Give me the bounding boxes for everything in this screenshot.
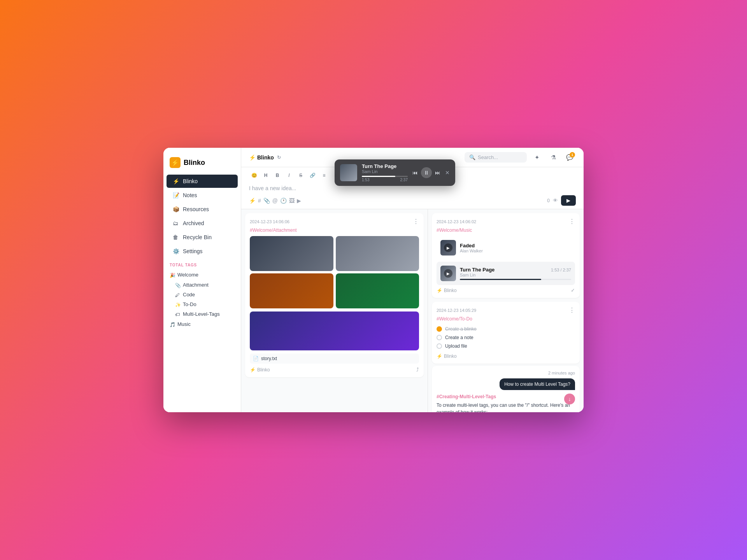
sidebar-item-recycle-bin[interactable]: 🗑 Recycle Bin <box>167 231 238 244</box>
ai-chat-panel: 2 minutes ago How to create Multi Level … <box>432 366 580 412</box>
sidebar-label-resources: Resources <box>183 206 209 212</box>
hash-btn[interactable]: # <box>258 198 261 204</box>
tag-welcome-label: Welcome <box>177 272 198 278</box>
video-btn[interactable]: ▶ <box>297 198 301 204</box>
sidebar-item-notes[interactable]: 📝 Notes <box>167 189 238 202</box>
note-more-3[interactable]: ⋮ <box>569 306 575 314</box>
emoji-btn[interactable]: 😊 <box>249 170 259 180</box>
refresh-icon[interactable]: ↻ <box>277 155 281 160</box>
note-share-1[interactable]: ⤴ <box>416 367 419 373</box>
blinko-label-2: Blinko <box>444 288 457 293</box>
note-blinko-tag-1: ⚡ Blinko <box>250 367 270 373</box>
list-btn[interactable]: ≡ <box>319 170 329 180</box>
main-content: ⚡ Blinko ↻ 🔍 Search... ✦ ⚗ 💬 1 😊 <box>241 148 584 412</box>
tag-todo[interactable]: ✨ To-Do <box>163 299 241 309</box>
note-tag-1[interactable]: #Welcome/Attachment <box>250 228 419 233</box>
char-count: 0 <box>547 198 550 203</box>
resources-icon: 📦 <box>173 206 179 212</box>
italic-btn[interactable]: I <box>284 170 294 180</box>
note-todo: 2024-12-23 14:05:29 ⋮ #Welcome/To-Do Cre… <box>432 302 580 364</box>
todo-circle-2[interactable] <box>437 335 442 340</box>
note-share-2[interactable]: ✓ <box>571 287 575 293</box>
ttp-artist: Sam Lin <box>460 273 571 277</box>
filter-icon-btn[interactable]: ⚗ <box>547 151 559 164</box>
breadcrumb-text: Blinko <box>257 154 274 161</box>
popup-total-time: 2:37 <box>400 178 408 182</box>
todo-circle-1[interactable] <box>437 326 442 332</box>
chat-icon-btn[interactable]: 💬 1 <box>563 151 576 164</box>
recycle-icon: 🗑 <box>173 234 179 240</box>
note-tag-2[interactable]: #Welcome/Music <box>437 228 575 233</box>
app-name: Blinko <box>184 159 205 167</box>
note-more-2[interactable]: ⋮ <box>569 218 575 225</box>
music-item-ttp[interactable]: ▶ Turn The Page 1:53 / 2:37 Sam Lin <box>437 262 575 285</box>
clock-btn[interactable]: 🕐 <box>280 198 287 204</box>
todo-text-3: Upload file <box>445 343 467 349</box>
note-tag-3[interactable]: #Welcome/To-Do <box>437 316 575 322</box>
ttp-info: Turn The Page 1:53 / 2:37 Sam Lin <box>460 267 571 280</box>
note-time-1: 2024-12-23 14:06:06 <box>250 219 289 224</box>
bold-btn[interactable]: B <box>272 170 282 180</box>
tag-attachment[interactable]: 📎 Attachment <box>163 280 241 290</box>
app-logo: ⚡ Blinko <box>163 154 241 174</box>
note-header-2: 2024-12-23 14:06:02 ⋮ <box>437 218 575 225</box>
ttp-title: Turn The Page <box>460 267 494 273</box>
tag-code[interactable]: 🖊 Code <box>163 290 241 299</box>
heading-btn[interactable]: H <box>261 170 271 180</box>
image-hands <box>250 236 333 271</box>
sidebar-item-archived[interactable]: 🗂 Archived <box>167 217 238 230</box>
tag-music-label: Music <box>177 321 191 327</box>
multilevel-tag-icon: 🏷 <box>175 312 180 317</box>
music-tag-icon: 🎵 <box>170 322 174 327</box>
lightning-icon-3: ⚡ <box>437 354 442 359</box>
faded-play[interactable]: ▶ <box>444 243 452 252</box>
tag-todo-label: To-Do <box>183 301 196 307</box>
chat-tag-link[interactable]: #Creating-Multi-Level-Tags <box>437 394 575 399</box>
file-name: story.txt <box>261 356 277 361</box>
todo-circle-3[interactable] <box>437 343 442 349</box>
next-btn[interactable]: ⏭ <box>435 170 440 176</box>
popup-times: 1:53 2:37 <box>362 178 408 182</box>
close-player-btn[interactable]: ✕ <box>445 170 450 176</box>
sidebar-item-resources[interactable]: 📦 Resources <box>167 203 238 216</box>
popup-artist: Sam Lin <box>362 169 408 174</box>
welcome-tag-icon: 🎉 <box>170 273 174 277</box>
strikethrough-btn[interactable]: S <box>296 170 306 180</box>
image-temple <box>336 273 419 308</box>
mention-btn[interactable]: @ <box>272 198 278 204</box>
music-item-faded[interactable]: ▶ Faded Alan Walker <box>437 236 575 259</box>
blinko-quick-tag[interactable]: ⚡ <box>249 198 256 204</box>
blinko-label-3: Blinko <box>444 354 457 359</box>
search-box[interactable]: 🔍 Search... <box>465 152 527 163</box>
editor-bottom: ⚡ # 📎 @ 🕐 🖼 ▶ 0 👁 ▶ <box>249 195 576 206</box>
total-tags-label: TOTAL TAGS <box>163 258 241 270</box>
note-time-2: 2024-12-23 14:06:02 <box>437 219 476 224</box>
ai-icon-btn[interactable]: ✦ <box>531 151 543 164</box>
note-blinko-tag-2: ⚡ Blinko <box>437 288 457 293</box>
tag-music[interactable]: 🎵 Music <box>163 319 241 329</box>
pause-btn[interactable]: ⏸ <box>421 167 432 178</box>
prev-btn[interactable]: ⏮ <box>412 170 418 176</box>
image-btn[interactable]: 🖼 <box>289 198 295 204</box>
tag-welcome[interactable]: 🎉 Welcome <box>163 270 241 280</box>
notes-container: 2024-12-23 14:06:06 ⋮ #Welcome/Attachmen… <box>241 209 584 412</box>
tag-multilevel[interactable]: 🏷 Multi-Level-Tags <box>163 309 241 319</box>
lightning-icon-1: ⚡ <box>250 367 256 373</box>
ttp-progress-fill <box>460 279 541 280</box>
link-btn[interactable]: 🔗 <box>307 170 317 180</box>
search-icon: 🔍 <box>469 154 475 160</box>
scroll-to-bottom-btn[interactable]: ↓ <box>564 394 575 404</box>
ttp-play[interactable]: ▶ <box>444 269 452 278</box>
paperclip-btn[interactable]: 📎 <box>263 198 270 204</box>
preview-toggle[interactable]: 👁 <box>553 198 558 203</box>
sidebar-item-blinko[interactable]: ⚡ Blinko <box>167 175 238 188</box>
popup-current-time: 1:53 <box>362 178 369 182</box>
sidebar-label-blinko: Blinko <box>183 178 198 184</box>
todo-tag-icon: ✨ <box>175 302 180 307</box>
blinko-label-1: Blinko <box>257 367 270 373</box>
editor-bottom-right: 0 👁 ▶ <box>547 195 576 206</box>
note-more-1[interactable]: ⋮ <box>413 218 419 225</box>
popup-song-info: Turn The Page Sam Lin 1:53 2:37 <box>362 163 408 182</box>
send-button[interactable]: ▶ <box>561 195 576 206</box>
sidebar-item-settings[interactable]: ⚙️ Settings <box>167 245 238 258</box>
